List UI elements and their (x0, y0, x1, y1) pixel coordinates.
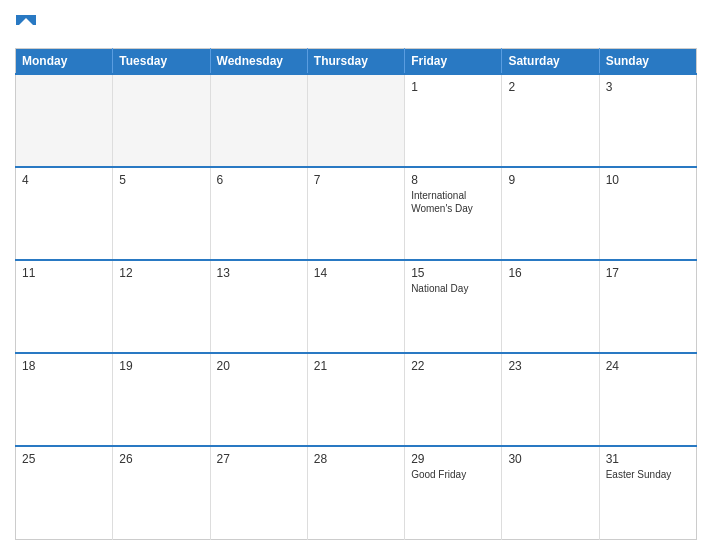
day-number: 16 (508, 266, 592, 280)
day-cell (113, 74, 210, 167)
logo (15, 14, 40, 36)
day-cell: 9 (502, 167, 599, 260)
day-cell: 23 (502, 353, 599, 446)
col-header-tuesday: Tuesday (113, 49, 210, 75)
day-number: 22 (411, 359, 495, 373)
day-number: 24 (606, 359, 690, 373)
day-number: 9 (508, 173, 592, 187)
day-cell: 27 (210, 446, 307, 539)
day-cell (16, 74, 113, 167)
holiday-label: Good Friday (411, 468, 495, 481)
day-number: 18 (22, 359, 106, 373)
day-number: 6 (217, 173, 301, 187)
day-number: 13 (217, 266, 301, 280)
day-cell: 13 (210, 260, 307, 353)
day-cell: 26 (113, 446, 210, 539)
day-cell: 19 (113, 353, 210, 446)
day-cell: 1 (405, 74, 502, 167)
day-number: 8 (411, 173, 495, 187)
day-number: 14 (314, 266, 398, 280)
day-number: 21 (314, 359, 398, 373)
col-header-sunday: Sunday (599, 49, 696, 75)
col-header-saturday: Saturday (502, 49, 599, 75)
day-number: 30 (508, 452, 592, 466)
day-number: 15 (411, 266, 495, 280)
week-row-1: 123 (16, 74, 697, 167)
day-cell: 11 (16, 260, 113, 353)
day-number: 11 (22, 266, 106, 280)
holiday-label: International Women's Day (411, 189, 495, 215)
day-cell (307, 74, 404, 167)
day-cell: 8International Women's Day (405, 167, 502, 260)
day-number: 23 (508, 359, 592, 373)
day-number: 3 (606, 80, 690, 94)
week-row-3: 1112131415National Day1617 (16, 260, 697, 353)
day-number: 20 (217, 359, 301, 373)
day-cell (210, 74, 307, 167)
day-number: 2 (508, 80, 592, 94)
page: MondayTuesdayWednesdayThursdayFridaySatu… (0, 0, 712, 550)
day-number: 31 (606, 452, 690, 466)
day-cell: 15National Day (405, 260, 502, 353)
calendar-header-row: MondayTuesdayWednesdayThursdayFridaySatu… (16, 49, 697, 75)
day-cell: 31Easter Sunday (599, 446, 696, 539)
day-cell: 14 (307, 260, 404, 353)
day-number: 10 (606, 173, 690, 187)
day-cell: 7 (307, 167, 404, 260)
day-cell: 6 (210, 167, 307, 260)
day-cell: 5 (113, 167, 210, 260)
col-header-thursday: Thursday (307, 49, 404, 75)
day-cell: 21 (307, 353, 404, 446)
day-number: 1 (411, 80, 495, 94)
col-header-wednesday: Wednesday (210, 49, 307, 75)
day-cell: 30 (502, 446, 599, 539)
holiday-label: National Day (411, 282, 495, 295)
day-number: 28 (314, 452, 398, 466)
day-cell: 25 (16, 446, 113, 539)
col-header-friday: Friday (405, 49, 502, 75)
day-number: 26 (119, 452, 203, 466)
day-cell: 29Good Friday (405, 446, 502, 539)
day-number: 5 (119, 173, 203, 187)
day-number: 19 (119, 359, 203, 373)
header (15, 10, 697, 40)
day-number: 29 (411, 452, 495, 466)
day-number: 27 (217, 452, 301, 466)
week-row-5: 2526272829Good Friday3031Easter Sunday (16, 446, 697, 539)
calendar-table: MondayTuesdayWednesdayThursdayFridaySatu… (15, 48, 697, 540)
day-cell: 24 (599, 353, 696, 446)
day-cell: 2 (502, 74, 599, 167)
day-cell: 12 (113, 260, 210, 353)
day-cell: 20 (210, 353, 307, 446)
day-number: 17 (606, 266, 690, 280)
day-cell: 4 (16, 167, 113, 260)
col-header-monday: Monday (16, 49, 113, 75)
day-cell: 10 (599, 167, 696, 260)
day-number: 25 (22, 452, 106, 466)
day-cell: 16 (502, 260, 599, 353)
day-number: 12 (119, 266, 203, 280)
day-cell: 28 (307, 446, 404, 539)
week-row-4: 18192021222324 (16, 353, 697, 446)
day-number: 7 (314, 173, 398, 187)
day-cell: 17 (599, 260, 696, 353)
day-number: 4 (22, 173, 106, 187)
day-cell: 18 (16, 353, 113, 446)
day-cell: 3 (599, 74, 696, 167)
week-row-2: 45678International Women's Day910 (16, 167, 697, 260)
logo-icon (15, 14, 37, 36)
holiday-label: Easter Sunday (606, 468, 690, 481)
day-cell: 22 (405, 353, 502, 446)
